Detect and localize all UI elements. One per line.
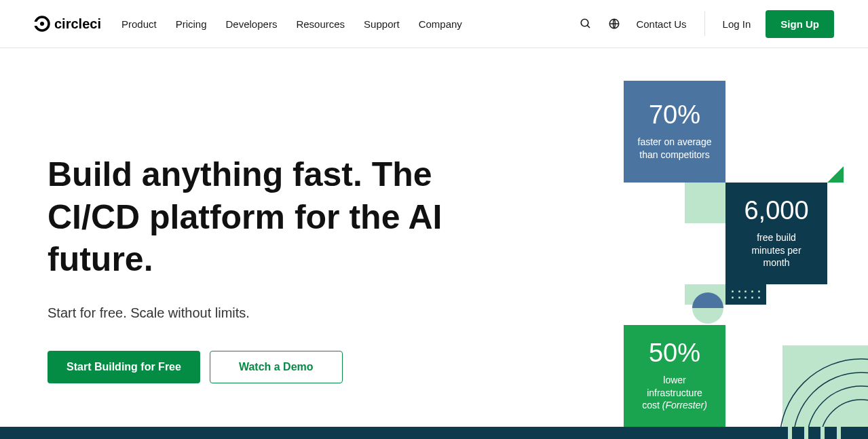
decoration-dots xyxy=(725,284,766,305)
decoration-circle xyxy=(692,292,723,324)
decoration-square xyxy=(685,183,725,223)
circleci-logo-icon xyxy=(34,16,50,32)
hero-subtitle: Start for free. Scale without limits. xyxy=(48,305,523,321)
decoration-triangle xyxy=(827,166,844,183)
stat-label: faster on average than competitors xyxy=(637,136,712,161)
header-divider xyxy=(704,12,705,36)
nav-pricing[interactable]: Pricing xyxy=(176,18,207,30)
header-left: circleci Product Pricing Developers Reso… xyxy=(34,16,462,32)
site-header: circleci Product Pricing Developers Reso… xyxy=(0,0,868,48)
start-building-button[interactable]: Start Building for Free xyxy=(48,351,200,383)
hero-content: Build anything fast. The CI/CD platform … xyxy=(48,48,523,427)
search-icon[interactable] xyxy=(579,17,592,31)
nav-company[interactable]: Company xyxy=(419,18,462,30)
svg-rect-2 xyxy=(34,22,38,26)
stat-label: lower infrastructure cost (Forrester) xyxy=(637,374,712,413)
stat-card-cost: 50% lower infrastructure cost (Forrester… xyxy=(624,325,725,427)
stat-value: 70% xyxy=(649,102,700,128)
login-link[interactable]: Log In xyxy=(723,18,751,30)
stat-value: 50% xyxy=(649,340,700,366)
nav-product[interactable]: Product xyxy=(121,18,157,30)
header-right: Contact Us Log In Sign Up xyxy=(579,10,834,38)
stat-card-minutes: 6,000 free build minutes per month xyxy=(725,183,827,284)
brand-name: circleci xyxy=(54,16,101,32)
contact-link[interactable]: Contact Us xyxy=(636,18,686,30)
footer-stripe xyxy=(0,427,868,439)
svg-point-1 xyxy=(40,22,44,26)
main-nav: Product Pricing Developers Resources Sup… xyxy=(121,18,462,30)
globe-icon[interactable] xyxy=(607,17,621,31)
svg-line-4 xyxy=(588,25,590,28)
nav-support[interactable]: Support xyxy=(364,18,400,30)
hero-section: Build anything fast. The CI/CD platform … xyxy=(0,48,868,427)
hero-title: Build anything fast. The CI/CD platform … xyxy=(48,153,523,281)
signup-button[interactable]: Sign Up xyxy=(766,10,834,38)
svg-point-3 xyxy=(582,19,589,26)
brand-logo[interactable]: circleci xyxy=(34,16,101,32)
nav-developers[interactable]: Developers xyxy=(226,18,278,30)
nav-resources[interactable]: Resources xyxy=(296,18,345,30)
stat-value: 6,000 xyxy=(744,197,808,223)
watch-demo-button[interactable]: Watch a Demo xyxy=(210,351,343,383)
stats-panel: 70% faster on average than competitors 6… xyxy=(624,81,868,434)
stat-card-speed: 70% faster on average than competitors xyxy=(624,81,725,183)
stat-label: free build minutes per month xyxy=(739,231,814,270)
decoration-rect xyxy=(782,345,868,439)
decoration-bars xyxy=(788,427,841,439)
hero-cta-group: Start Building for Free Watch a Demo xyxy=(48,351,523,383)
